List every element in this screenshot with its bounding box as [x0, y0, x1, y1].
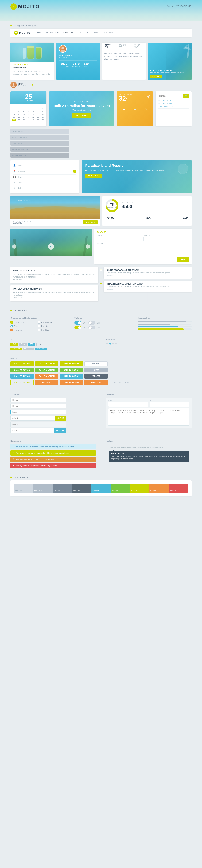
- btn-cta-blue-2[interactable]: CALL TO ACTION: [60, 374, 83, 379]
- tab-second[interactable]: SECOND TAB: [116, 42, 132, 50]
- btn-brilliant-1[interactable]: BRILLIANT: [35, 380, 59, 385]
- nav-item-gallery[interactable]: GALLERY: [78, 31, 89, 35]
- switches-title: Switches: [74, 317, 128, 319]
- btn-cta-yellow-2[interactable]: CALL TO ACTION: [35, 361, 59, 366]
- radio-box-1[interactable]: ●: [10, 325, 13, 328]
- profile-icon: 👤: [13, 164, 16, 166]
- contact-subject-input[interactable]: [143, 237, 189, 241]
- profile-stat-posts: 230 POSTS: [83, 62, 89, 67]
- logo-icon: M: [10, 3, 17, 10]
- tag-small-blue[interactable]: SMALL TAG: [35, 348, 47, 350]
- tag-small-gray[interactable]: SMALL TAG: [23, 348, 34, 350]
- nav-dot-4[interactable]: [115, 343, 117, 344]
- blog-post-2-text: Pellentesque habitant morbi tristique se…: [13, 291, 96, 297]
- nav-item-blog[interactable]: BLOG: [93, 31, 99, 35]
- search-link-3[interactable]: Lorem Search Place: [158, 105, 190, 108]
- input-submit-button[interactable]: SUBMIT: [55, 416, 66, 421]
- contact-email-input[interactable]: [97, 237, 142, 241]
- btn-cta-green-1[interactable]: CALL TO ACTION: [10, 368, 34, 372]
- btn-cta-orange-1[interactable]: CALL TO ACTION: [35, 374, 59, 379]
- input-normal-2[interactable]: [10, 404, 66, 408]
- btn-cta-yellow-1[interactable]: CALL TO ACTION: [10, 361, 34, 366]
- checkbox-box-2[interactable]: [38, 321, 40, 323]
- input-submit-field[interactable]: [10, 416, 55, 421]
- notif-warning-icon: ⚠: [12, 458, 14, 461]
- checkbox-box-4[interactable]: [38, 329, 40, 331]
- video-prev-button[interactable]: ‹: [12, 244, 16, 249]
- contact-form-row1: E-MAIL SUBJECT: [97, 235, 189, 241]
- nav-dot-1[interactable]: [106, 343, 108, 344]
- nav-dot-3[interactable]: [112, 343, 114, 344]
- profile-role: Travel Guide: [59, 57, 97, 59]
- notifications-column: Notifications ℹ This is an informational…: [10, 440, 96, 469]
- beach-read-more-button[interactable]: READ MORE: [83, 220, 98, 224]
- nav-item-portfolio[interactable]: PORTFOLIO: [46, 31, 59, 35]
- video-play-button[interactable]: ▶: [48, 243, 54, 250]
- palm-text: Beautiful resort with amazing views and …: [150, 71, 184, 74]
- search-link-2[interactable]: Lorem Search Two: [158, 102, 190, 105]
- tab-third[interactable]: THIRD TAB: [132, 42, 145, 50]
- palm-btn[interactable]: EXPLORE: [150, 75, 162, 78]
- mojito-text: Lorem ipsum dolor sit amet, consectetur …: [12, 70, 52, 78]
- tag-gray-1[interactable]: TAG: [19, 343, 27, 346]
- input-primary-button[interactable]: PRIMARY: [54, 428, 66, 433]
- nav-item-contact[interactable]: CONTACT: [103, 31, 113, 35]
- tag-blue-1[interactable]: TAG: [28, 343, 36, 346]
- input-primary-field[interactable]: [10, 428, 54, 433]
- form-field-profile: 👤 Profile: [13, 163, 76, 168]
- btn-cta-blue-1[interactable]: CALL TO ACTION: [10, 374, 34, 379]
- nav-item-home[interactable]: HOME: [36, 31, 42, 35]
- resort-read-more-button[interactable]: READ MORE: [72, 113, 91, 118]
- nav-item-about[interactable]: ABOUT US: [63, 31, 74, 35]
- input-with-submit: SUBMIT: [10, 416, 66, 421]
- switch-4[interactable]: [89, 326, 95, 330]
- avatar: [10, 82, 17, 88]
- stat-num-monthly: 1.2M: [182, 217, 189, 219]
- tag-outline-1[interactable]: TAG: [36, 343, 44, 346]
- textarea-note-input[interactable]: [108, 402, 148, 407]
- form-edit-button[interactable]: +: [73, 169, 76, 173]
- btn-cta-green-3[interactable]: CALL TO ACTION: [60, 368, 83, 372]
- section-dot-color: [10, 476, 12, 478]
- switch-1[interactable]: [74, 321, 81, 324]
- btn-hover[interactable]: HOVER: [85, 368, 108, 372]
- btn-outline-cta-2[interactable]: CALL TO ACTION: [109, 380, 132, 385]
- checkbox-box-1[interactable]: ✓: [10, 321, 13, 323]
- switch-2[interactable]: [89, 321, 95, 324]
- search-input-row: 🔍: [158, 94, 190, 98]
- input-focus[interactable]: [10, 410, 66, 414]
- radio-box-2[interactable]: [38, 325, 40, 328]
- main-textarea[interactable]: [108, 408, 190, 426]
- profile-followers-label: FOLLOWERS: [59, 66, 69, 67]
- header-subtitle: JOHN INTERFACE KIT: [167, 5, 192, 7]
- btn-normal[interactable]: NORMAL: [85, 361, 108, 366]
- contact-send-button[interactable]: SEND: [177, 257, 189, 262]
- search-input[interactable]: [158, 94, 183, 98]
- switch-3[interactable]: [74, 326, 81, 330]
- input-normal-1[interactable]: [10, 398, 66, 402]
- search-link-1[interactable]: Lorem Search First: [158, 99, 190, 102]
- btn-cta-green-2[interactable]: CALL TO ACTION: [35, 368, 59, 372]
- btn-cta-orange-2[interactable]: CALL TO ACTION: [60, 380, 83, 385]
- ui-divider-1: [10, 335, 192, 335]
- stats-row: +150% PERFORMANCE 2047 DAILY 1.2M MONTHL…: [105, 215, 189, 221]
- btn-cta-yellow-3[interactable]: CALL TO ACTION: [60, 361, 83, 366]
- textarea-date-input[interactable]: [149, 402, 190, 407]
- textarea-title: Text Area: [106, 394, 192, 396]
- placeholder-btn-1: YOUR WIDGET TITLE: [10, 129, 69, 134]
- btn-outline-cta-1[interactable]: CALL TO ACTION: [10, 380, 34, 385]
- btn-brilliant-2[interactable]: BRILLIANT: [85, 380, 108, 385]
- paradise-read-more-button[interactable]: READ MORE: [85, 174, 102, 178]
- tag-yellow-1[interactable]: TAG: [10, 343, 18, 346]
- btn-pressed[interactable]: PRESSED: [85, 374, 108, 379]
- tag-small-yellow[interactable]: SMALL TAG: [10, 348, 22, 350]
- video-next-button[interactable]: ›: [86, 244, 90, 249]
- tab-first[interactable]: FIRST TAB: [102, 42, 116, 50]
- nav-dot-2[interactable]: [109, 343, 111, 345]
- blog-post-1-title: SUMMER GUIDE 2014: [13, 270, 96, 272]
- checkbox-box-3[interactable]: ✓: [10, 329, 13, 331]
- contact-message-textarea[interactable]: [97, 245, 189, 255]
- search-button[interactable]: 🔍: [183, 94, 190, 98]
- mojito-card: FRESH MOJITO! Fresh Mojito Lorem ipsum d…: [10, 42, 54, 80]
- tag-group-large: TAG TAG TAG TAG: [10, 343, 96, 346]
